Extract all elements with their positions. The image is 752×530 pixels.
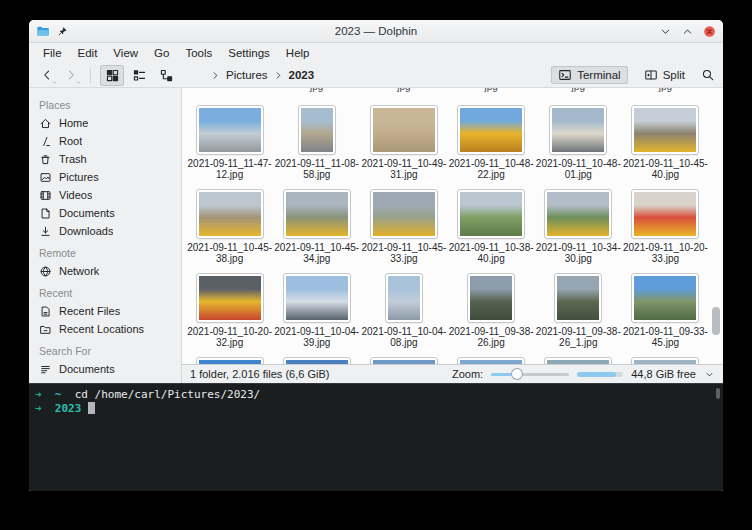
- file-item-2021-09-11-09-33-45-jpg[interactable]: 2021-09-11_09-33-45.jpg: [622, 264, 709, 348]
- file-item-2021-09-11-10-04-08-jpg[interactable]: 2021-09-11_10-04-08.jpg: [360, 264, 447, 348]
- file-name-label: 2021-09-11_10-48-01.jpg: [536, 158, 621, 180]
- file-name-label: 2021-09-11_10-45-34.jpg: [274, 242, 359, 264]
- file-thumbnail: [197, 358, 263, 364]
- breadcrumb-chevron-icon: [210, 70, 221, 81]
- file-item-2021-09-11-10-48-01-jpg[interactable]: 2021-09-11_10-48-01.jpg: [535, 96, 622, 180]
- file-item-2021-09-11-09-38-26-1-jpg[interactable]: 2021-09-11_09-38-26_1.jpg: [535, 264, 622, 348]
- file-thumbnail: [284, 358, 350, 364]
- sidebar-item-label: Network: [59, 264, 99, 278]
- file-item-2021-09-11-10-48-22-jpg[interactable]: 2021-09-11_10-48-22.jpg: [448, 96, 535, 180]
- sidebar-item-downloads[interactable]: Downloads: [29, 222, 181, 240]
- terminal-scrollbar-thumb[interactable]: [716, 388, 720, 399]
- file-item[interactable]: [535, 348, 622, 364]
- terminal-toggle-button[interactable]: Terminal: [551, 66, 627, 84]
- dolphin-app-icon: [36, 24, 50, 38]
- zoom-slider[interactable]: [491, 367, 569, 381]
- file-thumbnail: [458, 190, 524, 238]
- file-item-2021-09-11-10-45-33-jpg[interactable]: 2021-09-11_10-45-33.jpg: [360, 180, 447, 264]
- split-view-button[interactable]: Split: [637, 66, 692, 84]
- menu-item-tools[interactable]: Tools: [177, 45, 220, 61]
- prompt-directory: ~: [42, 388, 62, 401]
- file-thumbnail: [197, 106, 263, 154]
- file-name-label: 2021-09-11_10-49-31.jpg: [361, 158, 446, 180]
- file-item[interactable]: [186, 348, 273, 364]
- file-item-2021-09-11-11-47-12-jpg[interactable]: 2021-09-11_11-47-12.jpg: [186, 96, 273, 180]
- sidebar-item-recent-files[interactable]: Recent Files: [29, 302, 181, 320]
- file-thumbnail: [555, 274, 601, 322]
- file-row: [186, 348, 709, 364]
- file-item-2021-09-11-10-45-34-jpg[interactable]: 2021-09-11_10-45-34.jpg: [273, 180, 360, 264]
- file-item[interactable]: [448, 348, 535, 364]
- file-item-2021-09-11-11-08-58-jpg[interactable]: 2021-09-11_11-08-58.jpg: [273, 96, 360, 180]
- search-icon[interactable]: [701, 68, 715, 82]
- file-item-2021-09-11-10-20-32-jpg[interactable]: 2021-09-11_10-20-32.jpg: [186, 264, 273, 348]
- file-view[interactable]: jpgjpgjpgjpgjpg2021-09-11_11-47-12.jpg20…: [182, 88, 723, 364]
- menu-item-file[interactable]: File: [35, 45, 70, 61]
- split-icon: [644, 68, 658, 82]
- home-icon: [39, 117, 52, 130]
- file-thumbnail: [632, 190, 698, 238]
- clipped-filename-fragment: jpg: [448, 88, 535, 96]
- file-item-2021-09-11-10-34-30-jpg[interactable]: 2021-09-11_10-34-30.jpg: [535, 180, 622, 264]
- file-thumbnail: [197, 274, 263, 322]
- close-button[interactable]: [703, 25, 716, 38]
- file-item-2021-09-11-10-38-40-jpg[interactable]: 2021-09-11_10-38-40.jpg: [448, 180, 535, 264]
- sidebar-item-home[interactable]: Home: [29, 114, 181, 132]
- breadcrumb-parent[interactable]: Pictures: [223, 68, 271, 82]
- file-row: 2021-09-11_10-20-32.jpg2021-09-11_10-04-…: [186, 264, 709, 348]
- menu-item-help[interactable]: Help: [278, 45, 318, 61]
- zoom-slider-handle[interactable]: [511, 368, 523, 380]
- details-view-button[interactable]: [127, 65, 151, 86]
- file-name-label: 2021-09-11_10-45-40.jpg: [623, 158, 708, 180]
- recent-files-icon: [39, 305, 52, 318]
- titlebar[interactable]: 2023 — Dolphin: [29, 20, 723, 43]
- icons-view-button[interactable]: [100, 65, 124, 86]
- sidebar-item-root[interactable]: Root: [29, 132, 181, 150]
- file-item[interactable]: [622, 348, 709, 364]
- prompt-arrow: ➜: [35, 402, 42, 415]
- file-item[interactable]: [273, 348, 360, 364]
- sidebar-item-trash[interactable]: Trash: [29, 150, 181, 168]
- sidebar-item-documents[interactable]: Documents: [29, 204, 181, 222]
- embedded-terminal[interactable]: ➜ ~ cd /home/carl/Pictures/2023/➜ 2023: [29, 383, 723, 491]
- file-item-2021-09-11-10-49-31-jpg[interactable]: 2021-09-11_10-49-31.jpg: [360, 96, 447, 180]
- sidebar-item-label: Downloads: [59, 224, 113, 238]
- file-item-2021-09-11-10-20-33-jpg[interactable]: 2021-09-11_10-20-33.jpg: [622, 180, 709, 264]
- file-item-2021-09-11-10-45-40-jpg[interactable]: 2021-09-11_10-45-40.jpg: [622, 96, 709, 180]
- sidebar-item-network[interactable]: Network: [29, 262, 181, 280]
- sidebar-item-label: Recent Locations: [59, 322, 144, 336]
- file-thumbnail: [299, 106, 335, 154]
- sidebar-item-videos[interactable]: Videos: [29, 186, 181, 204]
- menu-item-go[interactable]: Go: [146, 45, 177, 61]
- file-item-2021-09-11-10-45-38-jpg[interactable]: 2021-09-11_10-45-38.jpg: [186, 180, 273, 264]
- back-button[interactable]: [37, 65, 57, 85]
- file-thumbnail: [632, 358, 698, 364]
- maximize-button[interactable]: [681, 25, 694, 38]
- prompt-directory: 2023: [42, 402, 82, 415]
- menu-item-settings[interactable]: Settings: [220, 45, 278, 61]
- menu-item-edit[interactable]: Edit: [70, 45, 106, 61]
- minimize-button[interactable]: [659, 25, 672, 38]
- vertical-scrollbar[interactable]: [710, 88, 722, 364]
- file-item-2021-09-11-10-04-39-jpg[interactable]: 2021-09-11_10-04-39.jpg: [273, 264, 360, 348]
- breadcrumb-current[interactable]: 2023: [286, 68, 318, 82]
- file-name-label: 2021-09-11_11-47-12.jpg: [188, 158, 272, 180]
- file-name-label: 2021-09-11_09-38-26_1.jpg: [536, 326, 621, 348]
- scrollbar-thumb[interactable]: [712, 307, 720, 335]
- tree-view-button[interactable]: [154, 65, 178, 86]
- prompt-arrow: ➜: [35, 388, 42, 401]
- sidebar-item-pictures[interactable]: Pictures: [29, 168, 181, 186]
- clipped-filename-fragment: jpg: [622, 88, 709, 96]
- file-thumbnail: [458, 358, 524, 364]
- sidebar-item-documents[interactable]: Documents: [29, 360, 181, 378]
- file-item-2021-09-11-09-38-26-jpg[interactable]: 2021-09-11_09-38-26.jpg: [448, 264, 535, 348]
- status-summary: 1 folder, 2.016 files (6,6 GiB): [190, 368, 329, 380]
- forward-button[interactable]: [61, 65, 81, 85]
- file-item[interactable]: [360, 348, 447, 364]
- file-thumbnail: [386, 274, 422, 322]
- sidebar-item-recent-locations[interactable]: Recent Locations: [29, 320, 181, 338]
- menu-item-view[interactable]: View: [105, 45, 146, 61]
- toolbar-separator: [90, 68, 91, 83]
- chevron-down-icon[interactable]: [704, 369, 715, 380]
- sidebar-item-label: Trash: [59, 152, 87, 166]
